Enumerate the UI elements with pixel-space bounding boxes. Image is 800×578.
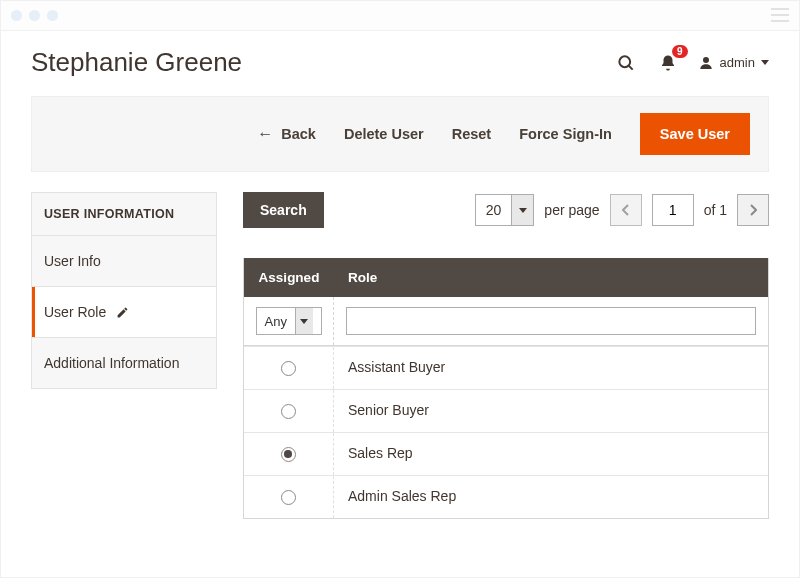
delete-user-button[interactable]: Delete User — [344, 126, 424, 142]
sidebar-heading: USER INFORMATION — [32, 193, 216, 236]
grid-header: Assigned Role — [244, 258, 768, 297]
header-tools: 9 admin — [614, 51, 769, 75]
sidebar-item-label: User Role — [44, 304, 106, 320]
table-row[interactable]: Sales Rep — [244, 432, 768, 475]
sidebar-item-label: User Info — [44, 253, 101, 269]
page-title: Stephanie Greene — [31, 47, 242, 78]
page-size-select[interactable]: 20 — [475, 194, 535, 226]
page-header: Stephanie Greene 9 admin — [31, 39, 769, 96]
chevron-left-icon — [622, 204, 630, 216]
assigned-radio[interactable] — [281, 361, 296, 376]
user-icon — [698, 55, 714, 71]
svg-line-1 — [628, 65, 632, 69]
sidebar: USER INFORMATION User Info User Role Add… — [31, 192, 217, 519]
sidebar-item-user-role[interactable]: User Role — [32, 287, 216, 338]
search-icon[interactable] — [614, 51, 638, 75]
arrow-left-icon: ← — [257, 125, 273, 143]
col-header-role[interactable]: Role — [334, 258, 768, 297]
role-filter-input[interactable] — [346, 307, 756, 335]
sidebar-item-user-info[interactable]: User Info — [32, 236, 216, 287]
sidebar-item-additional-info[interactable]: Additional Information — [32, 338, 216, 388]
back-label: Back — [281, 126, 316, 142]
action-bar: ← Back Delete User Reset Force Sign-In S… — [31, 96, 769, 172]
assigned-radio[interactable] — [281, 404, 296, 419]
prev-page-button[interactable] — [610, 194, 642, 226]
pager: 20 per page of 1 — [475, 194, 769, 226]
sidebar-item-label: Additional Information — [44, 355, 179, 371]
notification-badge: 9 — [672, 45, 688, 58]
role-cell: Admin Sales Rep — [334, 476, 768, 518]
hamburger-icon[interactable] — [771, 8, 789, 22]
main-panel: Search 20 per page of 1 — [243, 192, 769, 519]
search-button[interactable]: Search — [243, 192, 324, 228]
total-pages-label: of 1 — [704, 202, 727, 218]
grid-filter-row: Any — [244, 297, 768, 346]
table-row[interactable]: Assistant Buyer — [244, 346, 768, 389]
role-cell: Assistant Buyer — [334, 347, 768, 389]
notifications-icon[interactable]: 9 — [656, 51, 680, 75]
role-cell: Senior Buyer — [334, 390, 768, 432]
pencil-icon — [116, 306, 129, 319]
chevron-down-icon — [511, 195, 533, 225]
page-size-value: 20 — [476, 195, 512, 225]
admin-menu[interactable]: admin — [698, 55, 769, 71]
body: USER INFORMATION User Info User Role Add… — [31, 192, 769, 519]
roles-grid: Assigned Role Any — [243, 258, 769, 519]
assigned-radio[interactable] — [281, 490, 296, 505]
save-user-button[interactable]: Save User — [640, 113, 750, 155]
assigned-filter-select[interactable]: Any — [256, 307, 322, 335]
back-button[interactable]: ← Back — [257, 125, 316, 143]
page-number-input[interactable] — [652, 194, 694, 226]
next-page-button[interactable] — [737, 194, 769, 226]
col-header-assigned[interactable]: Assigned — [244, 258, 334, 297]
per-page-label: per page — [544, 202, 599, 218]
window-titlebar — [1, 1, 799, 31]
window-dot — [47, 10, 58, 21]
window-dot — [11, 10, 22, 21]
window-controls — [11, 10, 58, 21]
table-row[interactable]: Admin Sales Rep — [244, 475, 768, 518]
svg-point-0 — [619, 56, 630, 67]
assigned-radio[interactable] — [281, 447, 296, 462]
role-cell: Sales Rep — [334, 433, 768, 475]
svg-point-2 — [703, 57, 709, 63]
admin-label: admin — [720, 55, 755, 70]
chevron-down-icon — [295, 308, 313, 334]
force-signin-button[interactable]: Force Sign-In — [519, 126, 612, 142]
reset-button[interactable]: Reset — [452, 126, 492, 142]
window-dot — [29, 10, 40, 21]
chevron-right-icon — [749, 204, 757, 216]
table-row[interactable]: Senior Buyer — [244, 389, 768, 432]
grid-toolbar: Search 20 per page of 1 — [243, 192, 769, 228]
assigned-filter-value: Any — [257, 308, 295, 334]
chevron-down-icon — [761, 60, 769, 65]
